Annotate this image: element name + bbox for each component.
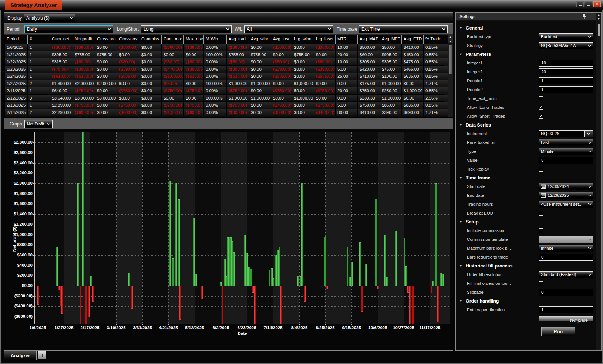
column-header[interactable]: Avg. ETD — [402, 35, 424, 44]
table-row[interactable]: 1/24/20251($610.00)($535.00)$0.00($535.0… — [5, 73, 449, 80]
combo-value[interactable]: NQ 03-26 — [539, 130, 584, 137]
column-header[interactable]: % Win — [204, 35, 227, 44]
setting-input[interactable]: 1 — [539, 86, 593, 93]
scroll-down-icon[interactable]: ▼ — [448, 39, 453, 44]
setting-dropdown[interactable]: NQBoth3MA5m1A — [539, 42, 593, 49]
column-header[interactable]: Avg. MAE — [358, 35, 380, 44]
add-tab-button[interactable]: + — [38, 351, 46, 359]
column-header[interactable]: % Trade — [424, 35, 444, 44]
setting-input[interactable]: 1 — [539, 77, 593, 84]
period-select[interactable]: Daily — [24, 25, 113, 33]
setting-checkbox[interactable] — [539, 281, 543, 286]
maximize-button[interactable] — [585, 1, 592, 7]
longshort-select[interactable]: Long — [141, 25, 232, 33]
setting-checkbox[interactable]: ✔ — [539, 114, 543, 119]
setting-checkbox[interactable] — [539, 228, 543, 233]
section-header[interactable]: ▼Setup — [456, 218, 596, 226]
scrollbar-thumb[interactable] — [598, 24, 600, 36]
column-header[interactable]: Period — [5, 35, 28, 44]
setting-input[interactable]: 5 — [539, 157, 593, 164]
bar — [90, 276, 92, 286]
table-row[interactable]: 2/12/20253$3,640.00$3,000.00$3,000.00$0.… — [5, 95, 449, 102]
bar — [172, 258, 174, 286]
combo-dropdown-button[interactable] — [584, 130, 593, 137]
setting-dropdown[interactable]: Minute — [539, 148, 593, 155]
timebase-select[interactable]: Exit Time — [359, 25, 448, 33]
run-button[interactable]: Run — [541, 327, 575, 336]
column-header[interactable]: Avg. winr — [249, 35, 271, 44]
plot-area[interactable] — [35, 132, 450, 324]
setting-row: Allow_Short_Trades✔ — [456, 112, 596, 121]
setting-datepicker[interactable]: 12/30/2024 — [539, 183, 593, 190]
graph-select[interactable]: Net Profit — [24, 120, 53, 128]
column-header[interactable]: Cum. net — [50, 35, 73, 44]
column-header[interactable]: MTR — [336, 35, 358, 44]
scroll-up-icon[interactable]: ▲ — [448, 35, 453, 39]
column-header[interactable]: # — [28, 35, 50, 44]
section-header[interactable]: ▼Parameters — [456, 50, 596, 58]
setting-dropdown[interactable]: Infinite — [539, 245, 593, 252]
setting-input[interactable]: 10 — [539, 60, 593, 67]
column-header[interactable]: Max. drav — [184, 35, 204, 44]
column-header[interactable]: Lrg. winn — [292, 35, 314, 44]
table-row[interactable]: 2/13/20251$2,890.00($750.00)$0.00($750.0… — [5, 102, 449, 109]
setting-input[interactable]: 0 — [539, 254, 593, 261]
setting-input[interactable]: 20 — [539, 68, 593, 75]
wl-select[interactable]: All — [244, 25, 333, 33]
column-header[interactable]: Avg. MFE — [380, 35, 402, 44]
column-header[interactable]: Avg. trad — [227, 35, 249, 44]
column-header[interactable]: Net profit — [73, 35, 95, 44]
settings-scrollbar[interactable]: ▲ ▼ — [596, 13, 601, 350]
setting-dropdown[interactable]: Standard (Fastest) — [539, 271, 593, 278]
table-row[interactable]: 2/14/20252$2,290.00($600.00)$0.00($600.0… — [5, 109, 449, 117]
column-header[interactable]: Commiss — [139, 35, 162, 44]
scrollbar-thumb[interactable] — [449, 45, 452, 74]
table-row[interactable]: 1/23/20251($75.00)($390.00)$0.00($390.00… — [5, 66, 449, 73]
scroll-up-icon[interactable]: ▲ — [596, 13, 601, 17]
setting-checkbox[interactable] — [539, 167, 543, 172]
section-header[interactable]: ▼General — [456, 24, 596, 32]
section-header[interactable]: ▼Order handling — [456, 297, 596, 305]
table-cell: 2/14/2025 — [5, 109, 28, 117]
section-header[interactable]: ▼Data Series — [456, 121, 596, 129]
bar — [431, 286, 432, 293]
section-header[interactable]: ▼Historical fill process... — [456, 262, 596, 270]
x-tick — [299, 324, 300, 325]
setting-checkbox[interactable] — [539, 211, 543, 216]
table-scrollbar[interactable]: ▲ ▼ — [448, 35, 453, 117]
setting-control-cell — [534, 226, 596, 235]
column-header[interactable]: Cum. ma: — [162, 35, 184, 44]
display-select[interactable]: Analysis ($) — [24, 14, 75, 22]
setting-checkbox[interactable] — [539, 96, 543, 101]
column-header[interactable]: Gross pro — [95, 35, 117, 44]
y-tick-label: $1,800.00 — [4, 191, 33, 196]
column-header[interactable]: Avg. lose — [271, 35, 292, 44]
template-link[interactable]: template — [570, 318, 588, 323]
pin-icon[interactable] — [582, 14, 586, 20]
table-row[interactable]: 1/27/20252$1,390.00$2,000.00$2,000.00$0.… — [5, 80, 449, 88]
setting-label: Allow_Short_Trades — [467, 114, 534, 118]
setting-dropdown[interactable]: Last — [539, 139, 593, 146]
setting-dropdown[interactable]: Backtest — [539, 33, 593, 40]
setting-combo[interactable]: NQ 03-26 — [539, 130, 593, 137]
settings-header[interactable]: Settings — [456, 13, 601, 21]
column-header[interactable]: Gross los: — [117, 35, 139, 44]
table-row[interactable]: 1/21/20251$395.00$755.00$755.00$0.00$0.0… — [5, 51, 449, 59]
table-row[interactable]: 1/22/20251$315.00($80.00)$0.00($80.00)$0… — [5, 58, 449, 66]
tab-analyzer[interactable]: Analyzer — [4, 351, 37, 360]
setting-input[interactable]: 0 — [539, 289, 593, 296]
setting-dropdown[interactable]: <Use instrument set... — [539, 201, 593, 208]
table-cell: 0.85% — [424, 87, 444, 95]
window-title-tab[interactable]: Strategy Analyzer — [5, 0, 62, 10]
setting-input[interactable]: 1 — [539, 306, 593, 313]
setting-checkbox[interactable]: ✔ — [539, 105, 543, 110]
table-row[interactable]: 1/6/20251($360.00)($360.00)$0.00($360.00… — [5, 44, 449, 51]
setting-datepicker[interactable]: 12/26/2025 — [539, 192, 593, 199]
setting-dropdown[interactable] — [539, 236, 593, 243]
close-button[interactable]: ✕ — [593, 1, 601, 7]
column-header[interactable]: Lrg. loser — [314, 35, 336, 44]
table-row[interactable]: 2/11/20251$640.00($750.00)$0.00($750.00)… — [5, 87, 449, 95]
section-header[interactable]: ▼Time frame — [456, 173, 596, 182]
minimize-button[interactable] — [576, 1, 584, 7]
scroll-down-icon[interactable]: ▼ — [596, 17, 601, 21]
